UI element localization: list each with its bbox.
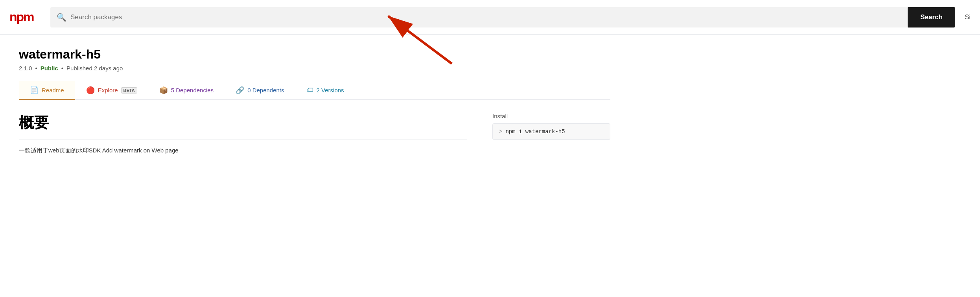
package-name: watermark-h5	[19, 47, 610, 62]
install-label: Install	[492, 113, 610, 119]
install-command-box[interactable]: > npm i watermark-h5	[492, 123, 610, 140]
published-info: Published 2 days ago	[66, 65, 123, 72]
signin-link[interactable]: Si	[965, 13, 971, 21]
beta-badge: BETA	[121, 87, 137, 94]
tab-explore-label: Explore	[98, 87, 118, 94]
package-version: 2.1.0	[19, 65, 32, 72]
content-area: 概要 一款适用于web页面的水印SDK Add watermark on Web…	[19, 113, 610, 155]
meta-separator: •	[35, 65, 37, 72]
search-icon: 🔍	[57, 13, 66, 22]
install-prompt: >	[499, 128, 502, 135]
package-meta: 2.1.0 • Public • Published 2 days ago	[19, 65, 610, 72]
tabs-bar: 📄 Readme 🔴 Explore BETA 📦 5 Dependencies…	[19, 81, 610, 100]
tab-explore[interactable]: 🔴 Explore BETA	[75, 81, 148, 99]
search-bar: 🔍	[50, 7, 908, 28]
tab-versions[interactable]: 🏷 2 Versions	[295, 81, 355, 99]
install-command: npm i watermark-h5	[505, 128, 565, 135]
tab-readme-label: Readme	[42, 87, 64, 94]
deps-icon: 📦	[159, 86, 168, 95]
tab-dependents-label: 0 Dependents	[247, 87, 284, 94]
main-content: watermark-h5 2.1.0 • Public • Published …	[0, 35, 629, 155]
explore-icon: 🔴	[86, 86, 95, 95]
tab-dependencies[interactable]: 📦 5 Dependencies	[148, 81, 225, 99]
npm-logo: npm	[9, 10, 41, 24]
section-description: 一款适用于web页面的水印SDK Add watermark on Web pa…	[19, 146, 467, 155]
section-divider	[19, 139, 467, 139]
section-title: 概要	[19, 113, 467, 133]
dependents-icon: 🔗	[236, 86, 244, 95]
readme-icon: 📄	[30, 86, 39, 94]
tab-versions-label: 2 Versions	[317, 87, 344, 94]
meta-separator2: •	[61, 65, 63, 72]
search-input[interactable]	[70, 13, 901, 21]
readme-content: 概要 一款适用于web页面的水印SDK Add watermark on Web…	[19, 113, 467, 155]
tab-readme[interactable]: 📄 Readme	[19, 81, 75, 100]
search-group: 🔍 Search	[50, 7, 955, 28]
tab-deps-label: 5 Dependencies	[171, 87, 214, 94]
header: npm 🔍 Search Si	[0, 0, 980, 35]
tab-dependents[interactable]: 🔗 0 Dependents	[225, 81, 295, 99]
visibility-badge: Public	[41, 65, 58, 72]
versions-icon: 🏷	[306, 86, 313, 94]
sidebar-panel: Install > npm i watermark-h5	[492, 113, 610, 155]
search-button[interactable]: Search	[908, 7, 955, 28]
